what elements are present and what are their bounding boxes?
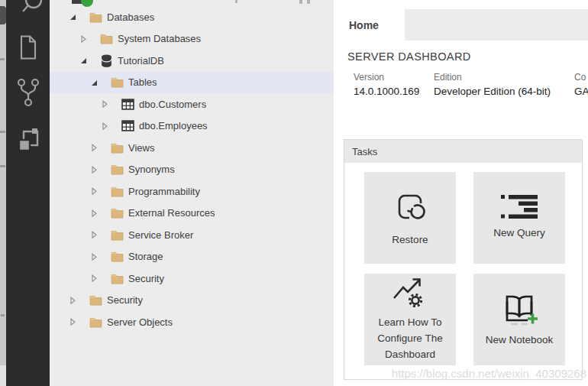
folder-icon (111, 207, 124, 219)
folder-icon (89, 11, 102, 23)
tree-item-databases[interactable]: Databases (50, 6, 334, 28)
background-artifact (299, 0, 302, 4)
prop-value-version: 14.0.1000.169 (354, 86, 419, 97)
database-icon (100, 54, 113, 66)
tab-home[interactable]: Home (334, 9, 405, 41)
folder-icon (111, 251, 124, 263)
tree-item-views[interactable]: Views (50, 137, 334, 159)
background-artifact (1, 314, 5, 316)
restore-database-icon (392, 189, 428, 225)
background-artifact (0, 6, 6, 24)
expand-arrow-icon[interactable] (79, 56, 88, 65)
folder-icon (111, 76, 124, 89)
tree-item-security-db[interactable]: Security (50, 268, 334, 290)
background-window-sliver (0, 0, 6, 386)
expand-arrow-icon[interactable] (89, 78, 99, 87)
task-tile-new-notebook[interactable]: New Notebook (473, 274, 565, 365)
tree-item-synonyms[interactable]: Synonyms (50, 159, 334, 181)
prop-value-truncated: GA (574, 86, 588, 97)
collapse-arrow-icon[interactable] (68, 317, 77, 326)
collapse-arrow-icon[interactable] (89, 187, 99, 196)
table-icon (121, 98, 134, 110)
tasks-widget-header: Tasks (344, 140, 582, 163)
folder-icon (89, 294, 102, 307)
background-artifact (0, 365, 6, 386)
background-artifact (307, 0, 310, 4)
folder-icon (89, 316, 102, 328)
source-control-icon[interactable] (6, 79, 50, 108)
prop-label-truncated: Co (574, 72, 586, 83)
table-icon (121, 120, 134, 132)
file-explorer-icon[interactable] (6, 35, 50, 60)
collapse-arrow-icon[interactable] (100, 122, 109, 131)
tree-item-programmability[interactable]: Programmability (50, 180, 334, 203)
tab-strip (405, 9, 588, 41)
tree-item-system-databases[interactable]: System Databases (50, 28, 334, 50)
collapse-arrow-icon[interactable] (100, 99, 109, 109)
editor-panel: Home SERVER DASHBOARD Version 14.0.1000.… (334, 0, 588, 386)
extensions-icon[interactable] (6, 127, 50, 157)
collapse-arrow-icon[interactable] (89, 209, 99, 218)
tree-item-dbo-customers[interactable]: dbo.Customers (50, 93, 334, 115)
background-artifact (0, 131, 5, 133)
background-artifact (0, 58, 5, 60)
background-artifact (0, 165, 5, 167)
collapse-arrow-icon[interactable] (89, 230, 99, 239)
search-icon[interactable] (6, 0, 50, 15)
new-notebook-icon (500, 292, 538, 326)
new-query-icon (501, 195, 538, 219)
collapse-arrow-icon[interactable] (79, 34, 88, 44)
collapse-arrow-icon[interactable] (89, 165, 99, 174)
folder-icon (111, 229, 124, 241)
prop-value-edition: Developer Edition (64-bit) (434, 86, 551, 97)
watermark-text: https://blog.csdn.net/weixin_40309268 (392, 367, 586, 380)
task-tile-restore[interactable]: Restore (364, 172, 456, 264)
folder-icon (111, 164, 124, 176)
collapse-arrow-icon[interactable] (89, 252, 99, 261)
tab-home-label: Home (349, 19, 379, 31)
tree-item-external-resources[interactable]: External Resources (50, 203, 334, 225)
collapse-arrow-icon[interactable] (89, 143, 99, 152)
collapse-arrow-icon[interactable] (89, 274, 99, 283)
tree-item-server-objects[interactable]: Server Objects (50, 311, 334, 333)
tasks-widget: Tasks Restore (344, 139, 583, 380)
activity-bar (6, 0, 50, 386)
tree-item-security-server[interactable]: Security (50, 290, 334, 312)
object-explorer: Databases System Databases TutorialDB Ta… (50, 0, 334, 386)
prop-label-edition: Edition (434, 72, 462, 83)
tree-item-storage[interactable]: Storage (50, 246, 334, 268)
azure-data-studio-window: Databases System Databases TutorialDB Ta… (0, 0, 588, 386)
folder-icon (111, 141, 124, 154)
tree-item-tutorialdb[interactable]: TutorialDB (50, 50, 334, 72)
tree-item-dbo-employees[interactable]: dbo.Employees (50, 115, 334, 138)
folder-icon (100, 33, 113, 45)
task-tile-configure-dashboard[interactable]: Learn How To Configure The Dashboard (364, 274, 456, 365)
folder-icon (111, 185, 124, 197)
background-artifact (235, 0, 237, 3)
tree-item-service-broker[interactable]: Service Broker (50, 224, 334, 246)
expand-arrow-icon[interactable] (68, 12, 77, 21)
tree-item-tables[interactable]: Tables (50, 72, 334, 94)
configure-dashboard-icon (392, 277, 428, 308)
collapse-arrow-icon[interactable] (68, 296, 77, 305)
folder-icon (111, 272, 124, 284)
prop-label-version: Version (354, 72, 384, 83)
tasks-header-label: Tasks (352, 146, 377, 157)
page-title: SERVER DASHBOARD (347, 50, 471, 63)
task-tile-new-query[interactable]: New Query (473, 172, 565, 264)
